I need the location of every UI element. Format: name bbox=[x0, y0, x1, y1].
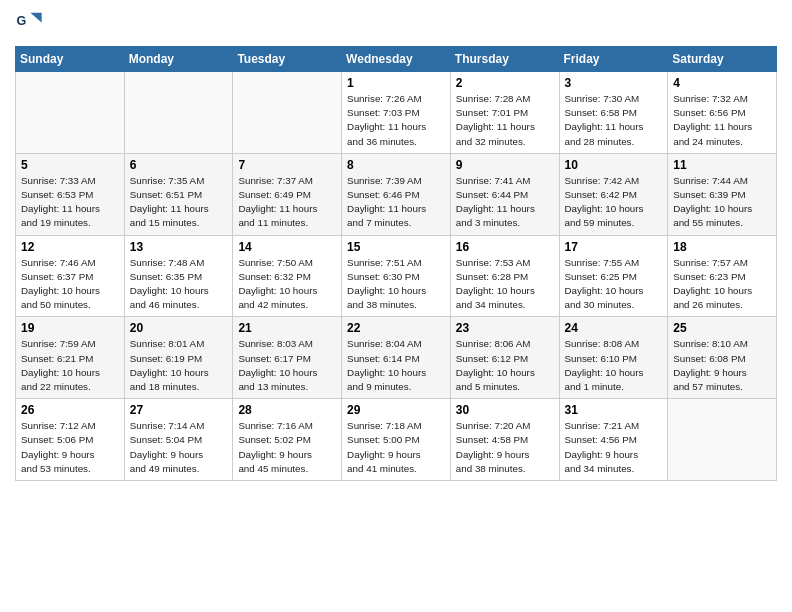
day-cell-8: 8Sunrise: 7:39 AM Sunset: 6:46 PM Daylig… bbox=[342, 153, 451, 235]
weekday-header-tuesday: Tuesday bbox=[233, 47, 342, 72]
day-cell-13: 13Sunrise: 7:48 AM Sunset: 6:35 PM Dayli… bbox=[124, 235, 233, 317]
day-number: 5 bbox=[21, 158, 119, 172]
day-cell-25: 25Sunrise: 8:10 AM Sunset: 6:08 PM Dayli… bbox=[668, 317, 777, 399]
day-number: 13 bbox=[130, 240, 228, 254]
day-number: 7 bbox=[238, 158, 336, 172]
day-cell-18: 18Sunrise: 7:57 AM Sunset: 6:23 PM Dayli… bbox=[668, 235, 777, 317]
day-cell-27: 27Sunrise: 7:14 AM Sunset: 5:04 PM Dayli… bbox=[124, 399, 233, 481]
day-number: 19 bbox=[21, 321, 119, 335]
day-cell-14: 14Sunrise: 7:50 AM Sunset: 6:32 PM Dayli… bbox=[233, 235, 342, 317]
day-number: 18 bbox=[673, 240, 771, 254]
day-number: 23 bbox=[456, 321, 554, 335]
day-number: 14 bbox=[238, 240, 336, 254]
page-container: G SundayMondayTuesdayWednesdayThursdayFr… bbox=[0, 0, 792, 486]
day-info: Sunrise: 7:16 AM Sunset: 5:02 PM Dayligh… bbox=[238, 419, 336, 476]
weekday-header-thursday: Thursday bbox=[450, 47, 559, 72]
day-info: Sunrise: 7:28 AM Sunset: 7:01 PM Dayligh… bbox=[456, 92, 554, 149]
day-number: 20 bbox=[130, 321, 228, 335]
empty-cell bbox=[16, 72, 125, 154]
day-number: 16 bbox=[456, 240, 554, 254]
day-cell-11: 11Sunrise: 7:44 AM Sunset: 6:39 PM Dayli… bbox=[668, 153, 777, 235]
day-info: Sunrise: 7:55 AM Sunset: 6:25 PM Dayligh… bbox=[565, 256, 663, 313]
day-number: 30 bbox=[456, 403, 554, 417]
day-info: Sunrise: 7:30 AM Sunset: 6:58 PM Dayligh… bbox=[565, 92, 663, 149]
day-info: Sunrise: 7:42 AM Sunset: 6:42 PM Dayligh… bbox=[565, 174, 663, 231]
day-cell-30: 30Sunrise: 7:20 AM Sunset: 4:58 PM Dayli… bbox=[450, 399, 559, 481]
day-number: 9 bbox=[456, 158, 554, 172]
day-info: Sunrise: 7:57 AM Sunset: 6:23 PM Dayligh… bbox=[673, 256, 771, 313]
day-number: 4 bbox=[673, 76, 771, 90]
day-info: Sunrise: 7:21 AM Sunset: 4:56 PM Dayligh… bbox=[565, 419, 663, 476]
day-cell-4: 4Sunrise: 7:32 AM Sunset: 6:56 PM Daylig… bbox=[668, 72, 777, 154]
weekday-header-row: SundayMondayTuesdayWednesdayThursdayFrid… bbox=[16, 47, 777, 72]
day-cell-2: 2Sunrise: 7:28 AM Sunset: 7:01 PM Daylig… bbox=[450, 72, 559, 154]
day-cell-5: 5Sunrise: 7:33 AM Sunset: 6:53 PM Daylig… bbox=[16, 153, 125, 235]
day-cell-17: 17Sunrise: 7:55 AM Sunset: 6:25 PM Dayli… bbox=[559, 235, 668, 317]
day-info: Sunrise: 7:32 AM Sunset: 6:56 PM Dayligh… bbox=[673, 92, 771, 149]
day-number: 29 bbox=[347, 403, 445, 417]
empty-cell bbox=[124, 72, 233, 154]
day-cell-19: 19Sunrise: 7:59 AM Sunset: 6:21 PM Dayli… bbox=[16, 317, 125, 399]
day-info: Sunrise: 7:14 AM Sunset: 5:04 PM Dayligh… bbox=[130, 419, 228, 476]
day-info: Sunrise: 7:33 AM Sunset: 6:53 PM Dayligh… bbox=[21, 174, 119, 231]
day-number: 12 bbox=[21, 240, 119, 254]
day-number: 2 bbox=[456, 76, 554, 90]
day-number: 21 bbox=[238, 321, 336, 335]
week-row-5: 26Sunrise: 7:12 AM Sunset: 5:06 PM Dayli… bbox=[16, 399, 777, 481]
day-number: 3 bbox=[565, 76, 663, 90]
day-number: 27 bbox=[130, 403, 228, 417]
day-cell-12: 12Sunrise: 7:46 AM Sunset: 6:37 PM Dayli… bbox=[16, 235, 125, 317]
day-info: Sunrise: 7:59 AM Sunset: 6:21 PM Dayligh… bbox=[21, 337, 119, 394]
logo-icon: G bbox=[15, 10, 43, 38]
week-row-1: 1Sunrise: 7:26 AM Sunset: 7:03 PM Daylig… bbox=[16, 72, 777, 154]
day-cell-16: 16Sunrise: 7:53 AM Sunset: 6:28 PM Dayli… bbox=[450, 235, 559, 317]
day-info: Sunrise: 7:18 AM Sunset: 5:00 PM Dayligh… bbox=[347, 419, 445, 476]
day-cell-9: 9Sunrise: 7:41 AM Sunset: 6:44 PM Daylig… bbox=[450, 153, 559, 235]
day-number: 31 bbox=[565, 403, 663, 417]
day-info: Sunrise: 7:50 AM Sunset: 6:32 PM Dayligh… bbox=[238, 256, 336, 313]
weekday-header-friday: Friday bbox=[559, 47, 668, 72]
day-cell-26: 26Sunrise: 7:12 AM Sunset: 5:06 PM Dayli… bbox=[16, 399, 125, 481]
day-number: 28 bbox=[238, 403, 336, 417]
day-cell-31: 31Sunrise: 7:21 AM Sunset: 4:56 PM Dayli… bbox=[559, 399, 668, 481]
day-cell-6: 6Sunrise: 7:35 AM Sunset: 6:51 PM Daylig… bbox=[124, 153, 233, 235]
week-row-3: 12Sunrise: 7:46 AM Sunset: 6:37 PM Dayli… bbox=[16, 235, 777, 317]
empty-cell bbox=[668, 399, 777, 481]
day-number: 6 bbox=[130, 158, 228, 172]
day-info: Sunrise: 7:53 AM Sunset: 6:28 PM Dayligh… bbox=[456, 256, 554, 313]
day-info: Sunrise: 7:46 AM Sunset: 6:37 PM Dayligh… bbox=[21, 256, 119, 313]
day-info: Sunrise: 8:01 AM Sunset: 6:19 PM Dayligh… bbox=[130, 337, 228, 394]
day-cell-28: 28Sunrise: 7:16 AM Sunset: 5:02 PM Dayli… bbox=[233, 399, 342, 481]
day-info: Sunrise: 7:37 AM Sunset: 6:49 PM Dayligh… bbox=[238, 174, 336, 231]
day-number: 8 bbox=[347, 158, 445, 172]
calendar: SundayMondayTuesdayWednesdayThursdayFrid… bbox=[15, 46, 777, 481]
day-number: 25 bbox=[673, 321, 771, 335]
day-info: Sunrise: 7:26 AM Sunset: 7:03 PM Dayligh… bbox=[347, 92, 445, 149]
day-info: Sunrise: 7:35 AM Sunset: 6:51 PM Dayligh… bbox=[130, 174, 228, 231]
day-info: Sunrise: 8:08 AM Sunset: 6:10 PM Dayligh… bbox=[565, 337, 663, 394]
day-number: 17 bbox=[565, 240, 663, 254]
day-number: 22 bbox=[347, 321, 445, 335]
day-cell-23: 23Sunrise: 8:06 AM Sunset: 6:12 PM Dayli… bbox=[450, 317, 559, 399]
day-number: 24 bbox=[565, 321, 663, 335]
day-cell-1: 1Sunrise: 7:26 AM Sunset: 7:03 PM Daylig… bbox=[342, 72, 451, 154]
empty-cell bbox=[233, 72, 342, 154]
day-info: Sunrise: 8:03 AM Sunset: 6:17 PM Dayligh… bbox=[238, 337, 336, 394]
weekday-header-monday: Monday bbox=[124, 47, 233, 72]
day-cell-7: 7Sunrise: 7:37 AM Sunset: 6:49 PM Daylig… bbox=[233, 153, 342, 235]
logo: G bbox=[15, 10, 47, 38]
day-cell-21: 21Sunrise: 8:03 AM Sunset: 6:17 PM Dayli… bbox=[233, 317, 342, 399]
day-number: 15 bbox=[347, 240, 445, 254]
day-info: Sunrise: 7:12 AM Sunset: 5:06 PM Dayligh… bbox=[21, 419, 119, 476]
day-info: Sunrise: 7:48 AM Sunset: 6:35 PM Dayligh… bbox=[130, 256, 228, 313]
header: G bbox=[15, 10, 777, 38]
weekday-header-saturday: Saturday bbox=[668, 47, 777, 72]
day-info: Sunrise: 7:20 AM Sunset: 4:58 PM Dayligh… bbox=[456, 419, 554, 476]
day-info: Sunrise: 8:10 AM Sunset: 6:08 PM Dayligh… bbox=[673, 337, 771, 394]
day-cell-22: 22Sunrise: 8:04 AM Sunset: 6:14 PM Dayli… bbox=[342, 317, 451, 399]
week-row-4: 19Sunrise: 7:59 AM Sunset: 6:21 PM Dayli… bbox=[16, 317, 777, 399]
day-cell-20: 20Sunrise: 8:01 AM Sunset: 6:19 PM Dayli… bbox=[124, 317, 233, 399]
day-number: 26 bbox=[21, 403, 119, 417]
day-cell-15: 15Sunrise: 7:51 AM Sunset: 6:30 PM Dayli… bbox=[342, 235, 451, 317]
day-number: 11 bbox=[673, 158, 771, 172]
